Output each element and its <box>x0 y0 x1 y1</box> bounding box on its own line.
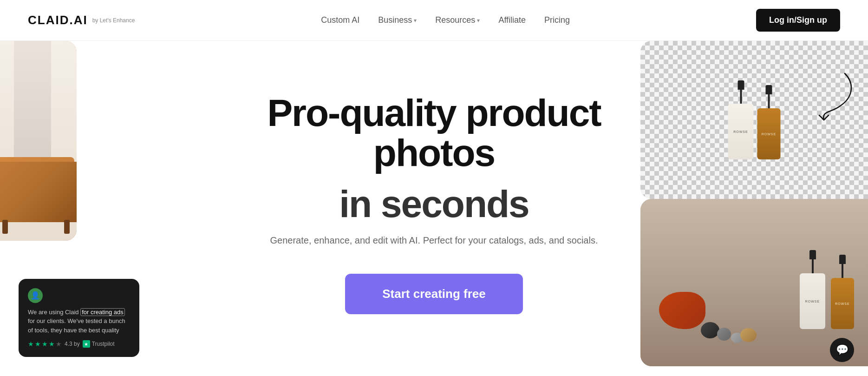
arrow-decoration <box>817 69 854 125</box>
star-icon: ★ <box>49 340 55 348</box>
bottles-transparent: ROWSE ROWSE <box>728 80 781 159</box>
logo-tagline: by Let's Enhance <box>92 17 135 24</box>
nav-links: Custom AI Business ▾ Resources ▾ Affilia… <box>321 15 570 25</box>
chat-icon: 💬 <box>836 344 848 356</box>
bottles-scene: ROWSE ROWSE <box>800 250 854 329</box>
trustpilot-icon: ★ <box>83 340 90 348</box>
hero-title: Pro-quality product photos in seconds <box>202 93 666 224</box>
nav-business[interactable]: Business ▾ <box>378 15 417 25</box>
review-stars-area: ★ ★ ★ ★ ★ 4.3 by ★ Trustpilot <box>28 340 130 348</box>
review-rating-text: 4.3 by <box>65 341 80 347</box>
nav-pricing[interactable]: Pricing <box>544 15 570 25</box>
star-icon: ★ <box>35 340 41 348</box>
nav-resources[interactable]: Resources ▾ <box>435 15 480 25</box>
bottle-white-2: ROWSE <box>800 250 825 329</box>
nav-actions: Log in/Sign up <box>756 9 840 32</box>
star-icon: ★ <box>56 340 62 348</box>
login-signup-button[interactable]: Log in/Sign up <box>756 9 840 32</box>
nav-affiliate[interactable]: Affiliate <box>498 15 526 25</box>
review-text: We are using Claid for creating ads for … <box>28 308 130 335</box>
chevron-down-icon: ▾ <box>414 17 417 24</box>
nav-custom-ai[interactable]: Custom AI <box>321 15 359 25</box>
review-card: 👤 We are using Claid for creating ads fo… <box>19 279 139 357</box>
logo-text: CLAID.AI <box>28 13 88 27</box>
bottle-amber-1: ROWSE <box>757 85 781 159</box>
person-icon: 👤 <box>31 291 40 300</box>
hero-section: 👤 We are using Claid for creating ads fo… <box>0 41 868 376</box>
rock-tan <box>740 328 757 342</box>
left-furniture-image <box>0 41 77 241</box>
start-creating-button[interactable]: Start creating free <box>345 274 523 314</box>
trustpilot-logo: ★ Trustpilot <box>83 340 115 348</box>
logo[interactable]: CLAID.AI by Let's Enhance <box>28 13 135 27</box>
hero-content: Pro-quality product photos in seconds Ge… <box>202 93 666 314</box>
rock-gray <box>717 328 731 341</box>
bottle-white-1: ROWSE <box>728 80 754 159</box>
reviewer-avatar: 👤 <box>28 288 43 303</box>
star-icon: ★ <box>28 340 34 348</box>
star-rating: ★ ★ ★ ★ ★ <box>28 340 62 348</box>
hero-subtitle: Generate, enhance, and edit with AI. Per… <box>202 235 666 246</box>
navbar: CLAID.AI by Let's Enhance Custom AI Busi… <box>0 0 868 41</box>
rock-dark <box>701 322 719 338</box>
bottle-amber-2: ROWSE <box>831 255 854 329</box>
chat-support-button[interactable]: 💬 <box>830 338 854 362</box>
chevron-down-icon: ▾ <box>477 17 480 24</box>
star-icon: ★ <box>42 340 48 348</box>
